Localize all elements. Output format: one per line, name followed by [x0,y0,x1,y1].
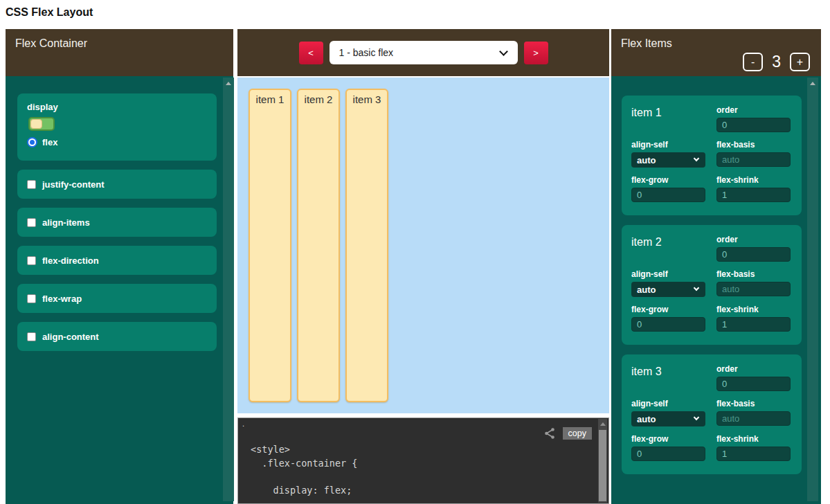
option-checkbox[interactable] [27,180,36,189]
page-title: CSS Flex Layout [6,6,93,19]
flex-grow-label: flex-grow [631,434,705,444]
align-self-select[interactable]: auto [631,282,705,297]
order-input[interactable] [716,377,791,391]
chevron-down-icon [499,47,508,56]
order-input[interactable] [716,247,791,262]
option-label: flex-wrap [42,294,82,304]
flex-container-title: Flex Container [15,37,87,49]
chevron-down-icon [694,415,699,420]
container-option-card: align-content [17,322,217,351]
flex-basis-input[interactable] [716,152,791,167]
container-option-card: flex-wrap [17,284,217,313]
chevron-down-icon [694,285,699,291]
flex-shrink-input[interactable] [716,447,791,461]
flex-preview-item-3: item 3 [345,89,388,402]
code-line: display: flex; [251,484,608,498]
copy-button[interactable]: copy [563,427,592,440]
align-self-value: auto [637,285,656,295]
code-panel: . copy <style> .flex-container { display… [237,417,609,504]
scroll-up-icon[interactable] [600,422,606,426]
flex-container-panel: Flex Container display flex justify-cont… [6,29,233,504]
option-label: flex-direction [42,255,99,266]
remove-item-button[interactable]: - [743,53,763,71]
item-card-title: item 2 [631,235,705,249]
page: CSS Flex Layout Flex Container display f… [0,0,830,504]
flex-radio-dot [30,140,35,145]
align-self-value: auto [637,155,656,165]
example-select-value: 1 - basic flex [339,47,394,58]
chevron-down-icon [694,156,699,161]
flex-grow-input[interactable] [631,188,705,202]
display-label: display [27,102,207,112]
flex-items-title: Flex Items [621,37,672,49]
option-checkbox[interactable] [27,294,36,303]
next-example-button[interactable]: > [524,42,548,64]
align-self-value: auto [637,414,656,424]
flex-preview-item-2: item 2 [297,89,340,402]
stray-dot: . [242,420,244,428]
option-label: justify-content [42,179,105,190]
scroll-up-icon[interactable] [810,82,815,85]
option-checkbox[interactable] [27,256,36,265]
code-line [251,470,608,484]
prev-example-button[interactable]: < [299,42,323,64]
preview-panel: < 1 - basic flex > item 1item 2item 3 . … [237,29,609,504]
flex-basis-label: flex-basis [716,269,791,279]
flex-container-header: Flex Container [6,29,233,76]
container-panel-scrollbar[interactable] [223,78,234,501]
share-icon[interactable] [543,427,556,440]
container-option-card: flex-direction [17,246,217,275]
flex-radio-label: flex [42,137,57,147]
order-input[interactable] [716,118,791,132]
items-panel-scrollbar[interactable] [807,78,818,501]
flex-basis-input[interactable] [716,411,791,426]
flex-grow-input[interactable] [631,447,705,461]
align-self-label: align-self [631,399,705,408]
display-toggle-knob [30,119,42,129]
scroll-up-icon[interactable] [226,82,231,85]
flex-items-panel: Flex Items - 3 + item 1 order align-self… [611,29,821,504]
display-card: display flex [17,93,217,161]
flex-grow-label: flex-grow [631,175,705,185]
flex-shrink-label: flex-shrink [716,305,791,314]
container-option-card: align-items [17,208,217,237]
align-self-select[interactable]: auto [631,411,705,426]
flex-grow-input[interactable] [631,317,705,332]
order-label: order [716,235,791,244]
flex-item-card: item 2 order align-self auto flex-basis … [622,225,802,345]
flex-basis-label: flex-basis [716,140,791,150]
item-count-control: - 3 + [743,53,810,71]
order-label: order [716,364,791,374]
flex-radio[interactable] [27,137,37,147]
code-scrollbar[interactable] [598,419,607,503]
option-label: align-items [42,217,90,228]
flex-shrink-label: flex-shrink [716,434,791,444]
code-line: <style> [251,443,608,457]
example-nav-bar: < 1 - basic flex > [237,29,609,76]
flex-shrink-label: flex-shrink [716,175,791,185]
code-scrollbar-thumb[interactable] [599,430,606,501]
flex-item-card: item 1 order align-self auto flex-basis … [622,96,802,215]
flex-grow-label: flex-grow [631,305,705,314]
flex-shrink-input[interactable] [716,188,791,202]
order-label: order [716,105,791,115]
flex-preview-canvas: item 1item 2item 3 [237,78,609,413]
container-option-card: justify-content [17,170,217,199]
option-checkbox[interactable] [27,332,36,341]
code-line: .flex-container { [251,457,608,471]
add-item-button[interactable]: + [790,53,810,71]
flex-basis-label: flex-basis [716,399,791,408]
example-select[interactable]: 1 - basic flex [330,41,518,64]
flex-items-header: Flex Items - 3 + [611,29,821,76]
flex-preview-item-1: item 1 [249,89,291,402]
option-checkbox[interactable] [27,218,36,227]
option-label: align-content [42,332,99,342]
display-toggle[interactable] [28,117,55,131]
flex-item-card: item 3 order align-self auto flex-basis … [622,354,802,474]
flex-shrink-input[interactable] [716,317,791,332]
item-count: 3 [772,53,781,71]
align-self-select[interactable]: auto [631,152,705,168]
flex-container-body: display flex justify-content align-items… [6,76,233,504]
flex-basis-input[interactable] [716,282,791,296]
container-option-list: display flex justify-content align-items… [6,76,233,351]
